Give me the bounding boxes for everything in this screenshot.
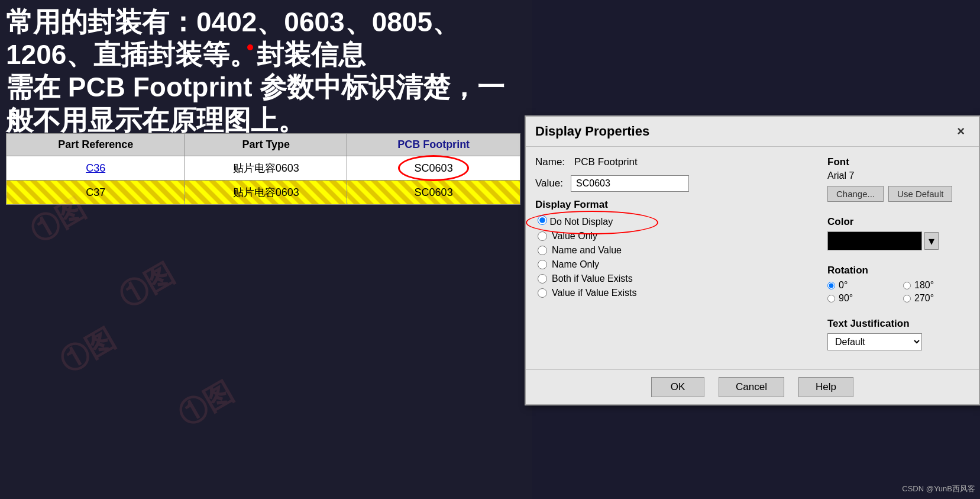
dialog-body: Name: PCB Footprint Value: Display Forma… xyxy=(526,147,979,369)
radio-name-and-value[interactable]: Name and Value xyxy=(538,245,818,256)
value-input[interactable] xyxy=(571,175,689,192)
rotation-grid: 0° 180° 90° 270° xyxy=(827,280,969,304)
radio-do-not-display[interactable]: Do Not Display xyxy=(538,215,818,227)
justification-select[interactable]: Default xyxy=(827,333,922,350)
bottom-credit: CSDN @YunB西风客 xyxy=(902,484,975,494)
dialog-right-panel: Font Arial 7 Change... Use Default Color… xyxy=(827,156,969,360)
cell-footprint-2: SC0603 xyxy=(347,181,520,205)
font-value-display: Arial 7 xyxy=(827,170,969,181)
color-section: Color ▾ xyxy=(827,216,969,250)
red-dot xyxy=(247,44,253,50)
display-format-label: Display Format xyxy=(535,199,818,211)
ok-button[interactable]: OK xyxy=(651,377,704,397)
rotation-180-input[interactable] xyxy=(903,282,911,289)
radio-name-only-label: Name Only xyxy=(552,259,599,270)
rotation-270[interactable]: 270° xyxy=(903,293,969,304)
radio-value-if-value-exists-label: Value if Value Exists xyxy=(552,288,636,298)
cell-ref-1: C36 xyxy=(7,156,185,181)
name-field-row: Name: PCB Footprint xyxy=(535,156,818,168)
radio-value-if-value-exists[interactable]: Value if Value Exists xyxy=(538,288,818,298)
color-swatch xyxy=(827,231,922,250)
radio-name-only[interactable]: Name Only xyxy=(538,259,818,270)
rotation-90-input[interactable] xyxy=(827,295,835,302)
cell-ref-2: C37 xyxy=(7,181,185,205)
dialog-footer: OK Cancel Help xyxy=(526,369,979,404)
rotation-section-label: Rotation xyxy=(827,265,969,276)
display-properties-dialog: Display Properties × Name: PCB Footprint… xyxy=(525,115,980,405)
justification-section-label: Text Justification xyxy=(827,318,969,330)
table-row: C37 贴片电容0603 SC0603 xyxy=(7,181,520,205)
display-format-section: Display Format Do Not Display Value Only… xyxy=(535,199,818,298)
display-format-radio-group: Do Not Display Value Only Name and Value… xyxy=(538,215,818,298)
radio-both-if-value-exists-input[interactable] xyxy=(538,274,547,284)
title-line1: 常用的封装有：0402、0603、0805、1206、直插封装等。封装信息 xyxy=(6,6,526,71)
rotation-90-label: 90° xyxy=(839,293,853,304)
font-button-row: Change... Use Default xyxy=(827,186,969,202)
name-label: Name: xyxy=(535,156,571,168)
radio-value-only[interactable]: Value Only xyxy=(538,231,818,242)
radio-both-if-value-exists[interactable]: Both if Value Exists xyxy=(538,273,818,284)
rotation-0-label: 0° xyxy=(839,280,848,291)
color-select-row: ▾ xyxy=(827,231,969,250)
dialog-title: Display Properties xyxy=(535,124,649,139)
radio-value-only-input[interactable] xyxy=(538,231,547,241)
cancel-button[interactable]: Cancel xyxy=(719,377,784,397)
rotation-270-input[interactable] xyxy=(903,295,911,302)
ref-link-1[interactable]: C36 xyxy=(86,162,105,174)
radio-name-only-input[interactable] xyxy=(538,260,547,269)
help-button[interactable]: Help xyxy=(798,377,853,397)
font-section-label: Font xyxy=(827,156,969,168)
radio-name-and-value-label: Name and Value xyxy=(552,245,622,256)
radio-do-not-display-label: Do Not Display xyxy=(549,217,613,227)
dialog-title-bar: Display Properties × xyxy=(526,117,979,147)
title-line2: 需在 PCB Footprint 参数中标识清楚，一般不用显示在原理图上。 xyxy=(6,71,526,136)
radio-do-not-display-input[interactable] xyxy=(538,215,547,225)
highlight-oval-1 xyxy=(398,155,469,181)
rotation-section: Rotation 0° 180° 90° xyxy=(827,265,969,304)
title-area: 常用的封装有：0402、0603、0805、1206、直插封装等。封装信息 需在… xyxy=(6,6,526,137)
font-section: Font Arial 7 Change... Use Default xyxy=(827,156,969,202)
col-header-type: Part Type xyxy=(185,134,347,156)
rotation-180-label: 180° xyxy=(914,280,934,291)
cell-type-1: 贴片电容0603 xyxy=(185,156,347,181)
dialog-left-panel: Name: PCB Footprint Value: Display Forma… xyxy=(535,156,818,360)
col-header-footprint: PCB Footprint xyxy=(347,134,520,156)
parts-table: Part Reference Part Type PCB Footprint C… xyxy=(6,133,520,205)
value-field-row: Value: xyxy=(535,175,818,192)
change-font-button[interactable]: Change... xyxy=(827,186,884,202)
use-default-button[interactable]: Use Default xyxy=(888,186,952,202)
table-row: C36 贴片电容0603 SC0603 xyxy=(7,156,520,181)
table-container: Part Reference Part Type PCB Footprint C… xyxy=(6,133,526,205)
dialog-close-button[interactable]: × xyxy=(952,123,969,140)
justification-select-row: Default xyxy=(827,333,969,350)
color-section-label: Color xyxy=(827,216,969,228)
radio-both-if-value-exists-label: Both if Value Exists xyxy=(552,273,633,284)
col-header-ref: Part Reference xyxy=(7,134,185,156)
radio-name-and-value-input[interactable] xyxy=(538,246,547,255)
rotation-180[interactable]: 180° xyxy=(903,280,969,291)
cell-footprint-1: SC0603 xyxy=(347,156,520,181)
radio-value-if-value-exists-input[interactable] xyxy=(538,288,547,298)
name-value: PCB Footprint xyxy=(574,156,638,168)
rotation-270-label: 270° xyxy=(914,293,934,304)
rotation-0[interactable]: 0° xyxy=(827,280,894,291)
rotation-0-input[interactable] xyxy=(827,282,835,289)
radio-value-only-label: Value Only xyxy=(552,231,597,242)
color-dropdown-arrow[interactable]: ▾ xyxy=(924,232,939,250)
value-label: Value: xyxy=(535,178,571,189)
cell-type-2: 贴片电容0603 xyxy=(185,181,347,205)
justification-section: Text Justification Default xyxy=(827,318,969,350)
rotation-90[interactable]: 90° xyxy=(827,293,894,304)
